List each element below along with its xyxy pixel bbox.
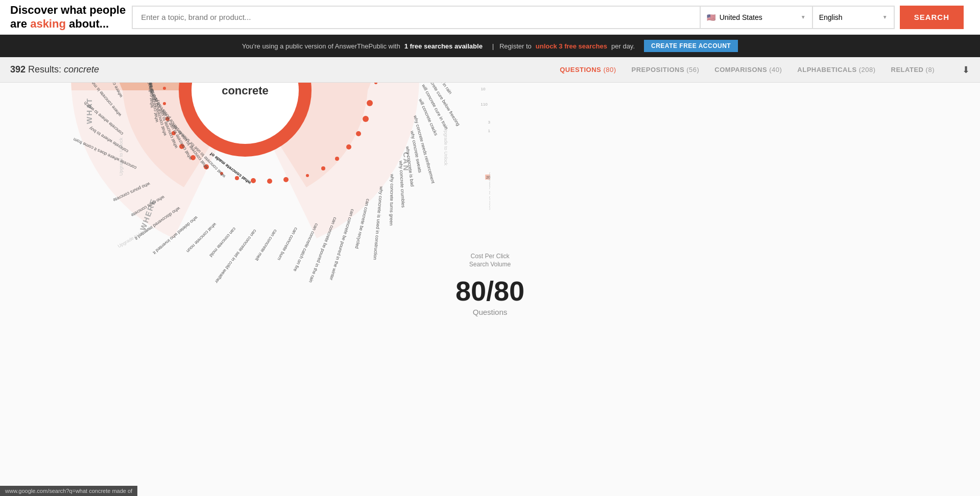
wheel-svg: concrete Search Volume: 246K Cost Per Cl… xyxy=(0,83,490,289)
logo-line1: Discover what people xyxy=(10,4,126,16)
country-select[interactable]: 🇺🇸 United States ▼ xyxy=(701,6,813,29)
tab-related[interactable]: RELATED (8) xyxy=(891,66,935,73)
dot-what-7 xyxy=(163,87,166,90)
item-can-6[interactable]: can concrete melt xyxy=(254,229,278,262)
logo-area: Discover what people are asking about... xyxy=(10,4,126,31)
dot-can-7 xyxy=(306,174,309,177)
dot-can-1 xyxy=(367,100,373,106)
results-count: 392 Results: concrete xyxy=(10,64,99,75)
scale-110: 110 xyxy=(481,102,488,107)
item-can-8[interactable]: can concrete mold xyxy=(208,227,237,258)
tab-questions[interactable]: QUESTIONS (80) xyxy=(560,66,616,73)
item-can-7[interactable]: can concrete set in cold weather xyxy=(213,229,257,284)
item-why-6[interactable]: why concrete is used in construction xyxy=(372,186,384,260)
dot-can-2 xyxy=(363,116,369,122)
upgrade-text-can: Upgrade to Unlock xyxy=(443,128,448,166)
scale-19: 19 xyxy=(488,129,490,133)
scale-35: 35 xyxy=(488,120,490,125)
search-button[interactable]: SEARCH xyxy=(900,6,964,29)
results-number: 392 xyxy=(10,64,26,75)
notif-message-pre: You're using a public version of AnswerT… xyxy=(242,42,400,50)
dot-where-1 xyxy=(283,177,289,182)
search-bar: 🇺🇸 United States ▼ English ▼ SEARCH xyxy=(132,6,964,29)
tab-alphabeticals[interactable]: ALPHABETICALS (208) xyxy=(797,66,875,73)
language-select[interactable]: English ▼ xyxy=(813,6,895,29)
dot-can-5 xyxy=(335,157,339,161)
results-keyword: concrete xyxy=(64,64,99,75)
dot-where-2 xyxy=(267,179,272,184)
center-keyword: concrete xyxy=(222,84,269,97)
upgrade-text-can2: Upgrade to Unlock xyxy=(488,172,490,210)
tab-prepositions[interactable]: PREPOSITIONS (56) xyxy=(632,66,700,73)
cost-per-click-display: Cost Per Click: $6.31 xyxy=(219,111,271,117)
notif-highlight: unlock 3 free searches xyxy=(536,42,607,50)
notif-bold: 1 free searches available xyxy=(404,42,483,50)
notification-bar: You're using a public version of AnswerT… xyxy=(0,35,980,57)
logo-text: Discover what people are asking about... xyxy=(10,4,126,31)
results-label: Results: xyxy=(28,64,64,75)
notif-message-post: per day. xyxy=(611,42,635,50)
upgrade-text-what: Upgrade to Unlock xyxy=(118,137,124,176)
status-url: www.google.com/search?q=what concrete ma… xyxy=(5,488,132,494)
main-visualization: concrete Search Volume: 246K Cost Per Cl… xyxy=(0,83,980,496)
country-flag: 🇺🇸 xyxy=(707,13,715,21)
dot-can-6 xyxy=(321,166,325,170)
item-why-5[interactable]: why concrete turns green xyxy=(389,173,395,226)
logo-asking: asking xyxy=(30,17,66,30)
search-input[interactable] xyxy=(132,6,700,29)
logo-pre: are xyxy=(10,17,30,30)
dot-can-3 xyxy=(356,131,361,136)
tabs: QUESTIONS (80) PREPOSITIONS (56) COMPARI… xyxy=(560,64,970,76)
create-account-button[interactable]: CREATE FREE ACCOUNT xyxy=(644,40,738,52)
results-bar: 392 Results: concrete QUESTIONS (80) PRE… xyxy=(0,57,980,83)
header: Discover what people are asking about...… xyxy=(0,0,980,35)
language-chevron-icon: ▼ xyxy=(882,14,888,20)
logo-post: about... xyxy=(66,17,109,30)
tab-comparisons[interactable]: COMPARISONS (40) xyxy=(714,66,782,73)
country-chevron-icon: ▼ xyxy=(801,14,806,20)
dot-can-4 xyxy=(346,144,351,150)
status-bar: www.google.com/search?q=what concrete ma… xyxy=(0,486,137,496)
language-label: English xyxy=(819,13,843,21)
scale-10: 10 xyxy=(481,87,485,91)
country-label: United States xyxy=(720,13,762,21)
dot-what-6 xyxy=(163,102,166,105)
main-label: Questions xyxy=(456,308,524,316)
item-can-5[interactable]: can concrete burn xyxy=(276,227,299,261)
notif-message-mid: | Register to xyxy=(487,42,532,50)
download-icon[interactable]: ⬇ xyxy=(962,64,970,76)
